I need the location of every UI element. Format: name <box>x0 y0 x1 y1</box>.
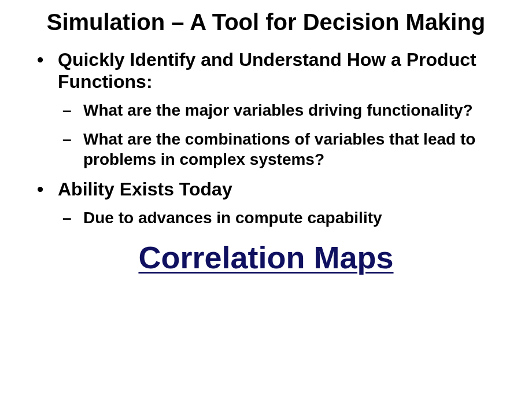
slide-title: Simulation – A Tool for Decision Making <box>0 8 532 36</box>
list-item: Quickly Identify and Understand How a Pr… <box>29 49 503 170</box>
list-item-text: Quickly Identify and Understand How a Pr… <box>58 49 476 92</box>
slide: Simulation – A Tool for Decision Making … <box>0 8 532 399</box>
link-row: Correlation Maps <box>0 239 532 275</box>
correlation-maps-link[interactable]: Correlation Maps <box>138 240 393 275</box>
list-item: Ability Exists Today Due to advances in … <box>29 178 503 228</box>
list-item: Due to advances in compute capability <box>58 208 503 228</box>
bullet-list-level2: What are the major variables driving fun… <box>58 100 503 170</box>
list-item: What are the major variables driving fun… <box>58 100 503 121</box>
bullet-list-level1: Quickly Identify and Understand How a Pr… <box>29 49 503 228</box>
bullet-list-level2: Due to advances in compute capability <box>58 208 503 228</box>
list-item-text: Ability Exists Today <box>58 179 232 200</box>
slide-content: Quickly Identify and Understand How a Pr… <box>0 49 532 228</box>
list-item: What are the combinations of variables t… <box>58 129 503 171</box>
